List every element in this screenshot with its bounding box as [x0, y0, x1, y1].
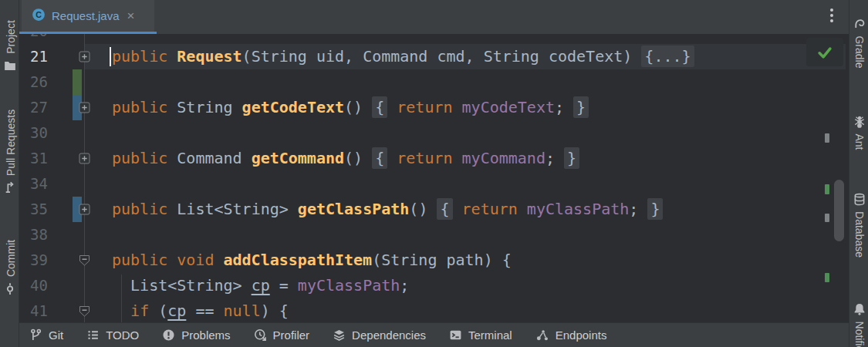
- dependencies-icon: [333, 328, 346, 342]
- code-line-30[interactable]: 30: [19, 120, 849, 146]
- gutter-change-marker-added[interactable]: [73, 69, 82, 95]
- stripe-button-ant[interactable]: Ant: [849, 86, 868, 179]
- code-line-40[interactable]: 40 List<String> cp = myClassPath;: [19, 273, 849, 298]
- problems-icon: [162, 328, 175, 342]
- code-line-20[interactable]: 20: [19, 34, 849, 44]
- svg-text:C: C: [35, 9, 42, 19]
- tool-button-endpoints[interactable]: Endpoints: [535, 328, 607, 342]
- code-text: public void addClasspathItem(String path…: [112, 248, 512, 273]
- stripe-label: Pull Requests: [4, 109, 16, 176]
- git-branch-icon: [29, 328, 42, 342]
- fold-expanded-icon[interactable]: [79, 254, 90, 266]
- code-text: if (cp == null) {: [112, 298, 289, 322]
- folder-icon: [3, 59, 16, 72]
- left-tool-window-stripe: ProjectPull RequestsCommit: [0, 0, 19, 347]
- stripe-button-commit[interactable]: Commit: [0, 221, 19, 314]
- code-line-26[interactable]: 26: [19, 69, 849, 95]
- tab-request-java[interactable]: C Request.java ×: [22, 0, 154, 32]
- stripe-button-project[interactable]: Project: [0, 0, 19, 93]
- stripe-label: Database: [853, 211, 866, 258]
- gradle-icon: [853, 16, 866, 30]
- tool-window-bar: GitTODOProblemsProfilerDependenciesTermi…: [19, 322, 849, 347]
- stripe-mark-gray: [825, 214, 829, 222]
- commit-icon: [3, 282, 16, 295]
- line-number: 26: [19, 69, 48, 95]
- tool-button-label: Terminal: [468, 328, 512, 342]
- code-text: List<String> cp = myClassPath;: [112, 273, 409, 298]
- stripe-label: Project: [4, 20, 16, 54]
- line-number: 30: [19, 120, 48, 146]
- tool-button-label: Git: [49, 328, 63, 342]
- todo-list-icon: [86, 328, 100, 342]
- inspection-status-widget[interactable]: [806, 38, 843, 66]
- tool-button-label: Problems: [181, 328, 230, 342]
- editor-tab-bar: C Request.java ×: [19, 0, 849, 34]
- stripe-button-pull-requests[interactable]: Pull Requests: [0, 106, 19, 198]
- code-line-41[interactable]: 41 if (cp == null) {: [19, 298, 849, 322]
- terminal-icon: [449, 328, 462, 342]
- tool-button-dependencies[interactable]: Dependencies: [333, 328, 426, 342]
- check-icon: [816, 44, 833, 61]
- code-editor[interactable]: 2021public Request(String uid, Command c…: [19, 34, 849, 322]
- tool-button-label: TODO: [106, 328, 139, 342]
- class-icon: C: [32, 8, 46, 25]
- code-text: public List<String> getClassPath() { ret…: [112, 197, 663, 222]
- stripe-label: Notific: [853, 322, 866, 347]
- stripe-button-database[interactable]: Database: [849, 179, 868, 271]
- fold-collapsed-icon[interactable]: [79, 153, 90, 164]
- tool-button-git[interactable]: Git: [29, 328, 63, 342]
- fold-collapsed-icon[interactable]: [79, 102, 90, 113]
- profiler-icon: [254, 328, 267, 342]
- active-tab-underline: [19, 32, 157, 34]
- stripe-mark-gray: [825, 133, 829, 143]
- line-number: 27: [19, 95, 48, 120]
- stripe-label: Commit: [4, 240, 16, 277]
- database-icon: [853, 193, 866, 206]
- stripe-label: Ant: [853, 133, 866, 150]
- stripe-label: Gradle: [853, 35, 866, 68]
- code-text: public String getCodeText() { return myC…: [112, 95, 589, 120]
- tool-button-label: Endpoints: [556, 328, 607, 342]
- line-number: 20: [19, 34, 48, 44]
- line-number: 40: [19, 273, 48, 298]
- code-line-39[interactable]: 39public void addClasspathItem(String pa…: [19, 248, 849, 273]
- tool-button-profiler[interactable]: Profiler: [254, 328, 310, 342]
- tab-label: Request.java: [52, 9, 120, 22]
- right-tool-window-stripe: GradleAntDatabaseNotific: [849, 0, 868, 347]
- scrollbar-thumb[interactable]: [834, 180, 844, 241]
- kebab-menu-icon[interactable]: [830, 8, 833, 25]
- code-line-27[interactable]: 27public String getCodeText() { return m…: [19, 95, 849, 120]
- line-number: 39: [19, 248, 48, 273]
- close-icon[interactable]: ×: [127, 9, 135, 22]
- code-line-31[interactable]: 31public Command getCommand() { return m…: [19, 146, 849, 171]
- line-number: 31: [19, 146, 48, 171]
- code-text: public Request(String uid, Command cmd, …: [112, 44, 694, 69]
- tool-button-problems[interactable]: Problems: [162, 328, 230, 342]
- endpoints-icon: [535, 328, 549, 342]
- fold-expanded-icon[interactable]: [79, 305, 90, 317]
- stripe-button-notific[interactable]: Notific: [849, 281, 868, 347]
- fold-collapsed-icon[interactable]: [79, 204, 90, 215]
- ant-icon: [853, 115, 866, 128]
- code-text: public Command getCommand() { return myC…: [112, 146, 579, 171]
- line-number: 35: [19, 197, 48, 222]
- tool-button-label: Profiler: [273, 328, 310, 342]
- tool-button-todo[interactable]: TODO: [86, 328, 139, 342]
- tool-button-label: Dependencies: [352, 328, 426, 342]
- line-number: 41: [19, 298, 48, 322]
- code-line-35[interactable]: 35public List<String> getClassPath() { r…: [19, 197, 849, 222]
- text-caret: [110, 47, 111, 66]
- stripe-mark-green: [825, 273, 829, 282]
- tool-button-terminal[interactable]: Terminal: [449, 328, 512, 342]
- pull-request-icon: [3, 181, 16, 194]
- stripe-mark-green: [825, 184, 829, 194]
- ide-window: ProjectPull RequestsCommit C Request.jav…: [0, 0, 868, 347]
- line-number: 34: [19, 171, 48, 197]
- code-line-34[interactable]: 34: [19, 171, 849, 197]
- code-line-38[interactable]: 38: [19, 222, 849, 248]
- line-number: 21: [19, 44, 48, 69]
- fold-collapsed-icon[interactable]: [79, 51, 90, 62]
- stripe-button-gradle[interactable]: Gradle: [849, 0, 868, 89]
- code-line-21[interactable]: 21public Request(String uid, Command cmd…: [19, 44, 849, 69]
- line-number: 38: [19, 222, 48, 248]
